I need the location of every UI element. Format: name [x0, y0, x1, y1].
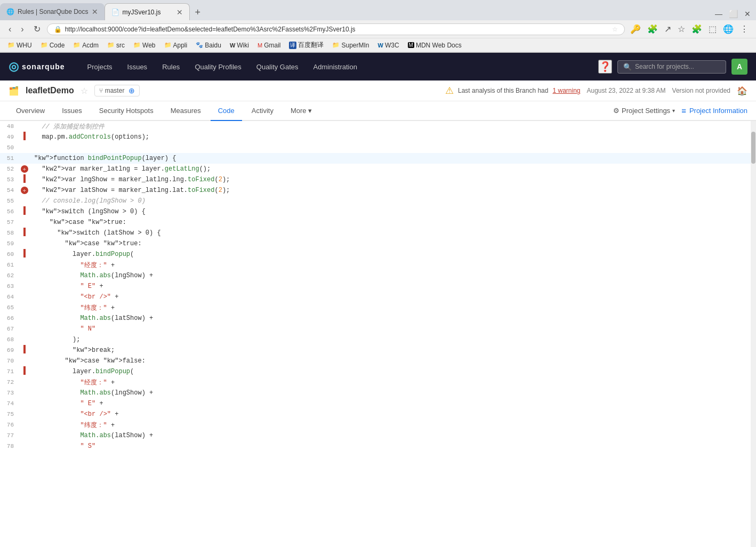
line-number: 73 — [0, 388, 19, 398]
nav-activity[interactable]: Activity — [244, 101, 281, 121]
table-row: 51"kw">function bindPointPopup(layer) { — [0, 153, 756, 164]
share-btn[interactable]: ↗ — [662, 23, 673, 35]
window-minimize-btn[interactable]: — — [715, 10, 722, 18]
nav-measures[interactable]: Measures — [163, 101, 208, 121]
globe-btn[interactable]: 🌐 — [721, 23, 736, 35]
scrollbar-thumb[interactable] — [751, 132, 755, 164]
star-btn[interactable]: ☆ — [81, 86, 88, 96]
bookmark-wiki[interactable]: WWiki — [228, 41, 251, 50]
fav-star-btn[interactable]: ☆ — [675, 23, 687, 35]
address-bar[interactable]: 🔒 http://localhost:9000/code?id=leafletD… — [47, 23, 625, 35]
table-row: 55 // console.log(lngShow > 0) — [0, 196, 756, 206]
table-row: 57 "kw">case "kw">true: — [0, 217, 756, 228]
help-btn[interactable]: ❓ — [598, 60, 612, 74]
nav-issues[interactable]: Issues — [54, 101, 90, 121]
table-row: 72 "经度：" + — [0, 377, 756, 388]
code-line: ); — [30, 334, 756, 345]
nav-quality-profiles[interactable]: Quality Profiles — [188, 60, 247, 74]
extensions-btn[interactable]: 🧩 — [689, 23, 704, 35]
bookmark-web[interactable]: 📁Web — [131, 41, 157, 50]
nav-overview[interactable]: Overview — [9, 101, 52, 121]
issue-dot[interactable]: ✛ — [21, 165, 28, 173]
bookmarks-bar: 📁WHU 📁Code 📁Acdm 📁src 📁Web 📁Appli 🐾Baidu… — [0, 38, 756, 52]
nav-rules[interactable]: Rules — [156, 60, 186, 74]
bookmark-mdn[interactable]: MMDN Web Docs — [406, 41, 464, 50]
bookmark-supermin[interactable]: 📁SuperMIn — [330, 41, 371, 50]
bookmark-whu[interactable]: 📁WHU — [5, 41, 34, 50]
project-bar: 🗂️ leafletDemo ☆ ⑂ master ⊕ ⚠ Last analy… — [0, 81, 756, 101]
project-info-btn[interactable]: ≡ Project Information — [681, 106, 747, 115]
home-icon[interactable]: 🏠 — [737, 86, 747, 96]
warning-link[interactable]: 1 warning — [552, 87, 580, 94]
bookmark-w3c[interactable]: WW3C — [376, 41, 401, 50]
bookmark-baidu[interactable]: 🐾Baidu — [194, 41, 223, 50]
sidebar-toggle-btn[interactable]: ⬚ — [706, 23, 719, 35]
user-avatar[interactable]: A — [731, 59, 747, 75]
table-row: 59 "kw">case "kw">true: — [0, 238, 756, 249]
issue-indicator — [19, 132, 30, 142]
table-row: 63 " E" + — [0, 281, 756, 292]
issue-dot[interactable]: ✛ — [21, 187, 28, 194]
line-number: 71 — [0, 366, 19, 377]
issue-indicator — [19, 121, 30, 132]
project-icon: 🗂️ — [9, 86, 19, 96]
nav-quality-gates[interactable]: Quality Gates — [250, 60, 305, 74]
nav-administration[interactable]: Administration — [307, 60, 364, 74]
branch-badge[interactable]: ⑂ master ⊕ — [94, 85, 140, 96]
project-settings-btn[interactable]: ⚙ Project Settings ▾ — [613, 101, 675, 120]
code-line: "<br />" + — [30, 292, 756, 302]
project-info-label: Project Information — [689, 107, 747, 115]
window-close-btn[interactable]: ✕ — [744, 10, 751, 18]
window-maximize-btn[interactable]: ⬜ — [729, 10, 738, 18]
issue-indicator[interactable]: ✛ — [19, 164, 30, 174]
line-number: 75 — [0, 409, 19, 420]
nav-code[interactable]: Code — [211, 101, 242, 121]
tab-close-btn[interactable]: ✕ — [92, 7, 98, 16]
line-number: 77 — [0, 430, 19, 441]
code-line — [30, 142, 756, 153]
add-branch-icon[interactable]: ⊕ — [128, 86, 135, 95]
profile-btn[interactable]: 🔑 — [628, 23, 643, 35]
bookmark-appli[interactable]: 📁Appli — [162, 41, 190, 50]
issue-indicator — [19, 366, 30, 377]
bookmark-acdm[interactable]: 📁Acdm — [71, 41, 101, 50]
line-number: 66 — [0, 313, 19, 324]
refresh-btn[interactable]: ↻ — [30, 23, 44, 35]
bookmark-baidu-translate[interactable]: 译百度翻译 — [287, 40, 326, 50]
table-row: 48 // 添加捕捉绘制控件 — [0, 121, 756, 132]
nav-projects[interactable]: Projects — [81, 60, 119, 74]
code-line: "kw">case "kw">true: — [30, 238, 756, 249]
forward-btn[interactable]: › — [18, 23, 27, 35]
issue-indicator[interactable]: ✛ — [19, 185, 30, 196]
line-number: 50 — [0, 142, 19, 153]
search-input[interactable] — [635, 63, 720, 70]
project-settings-label: Project Settings — [622, 107, 670, 115]
line-number: 51 — [0, 153, 19, 164]
new-tab-btn[interactable]: + — [190, 5, 206, 19]
vertical-scrollbar[interactable] — [751, 121, 756, 547]
search-box[interactable]: 🔍 — [617, 60, 726, 74]
issue-indicator — [19, 398, 30, 409]
tab-bar: 🌐 Rules | SonarQube Docs ✕ 📄 myJSver10.j… — [0, 0, 756, 20]
bookmark-src[interactable]: 📁src — [105, 41, 127, 50]
nav-more[interactable]: More ▾ — [283, 101, 319, 121]
warning-icon: ⚠ — [445, 85, 454, 96]
code-line: "纬度：" + — [30, 420, 756, 430]
bookmark-star-icon[interactable]: ☆ — [612, 26, 618, 33]
tab-myjs[interactable]: 📄 myJSver10.js ✕ — [104, 3, 190, 20]
back-btn[interactable]: ‹ — [5, 23, 14, 35]
code-line: // 添加捕捉绘制控件 — [30, 121, 756, 132]
tab-rules-docs[interactable]: 🌐 Rules | SonarQube Docs ✕ — [0, 3, 104, 20]
extension-btn[interactable]: 🧩 — [645, 23, 660, 35]
bookmark-gmail[interactable]: MGmail — [255, 41, 283, 50]
menu-btn[interactable]: ⋮ — [738, 23, 751, 35]
code-line: " S" — [30, 441, 756, 452]
issue-indicator — [19, 356, 30, 366]
code-line: "kw">case "kw">true: — [30, 217, 756, 228]
code-line: "kw">break; — [30, 345, 756, 356]
tab-close-active-btn[interactable]: ✕ — [176, 8, 183, 17]
bookmark-code[interactable]: 📁Code — [38, 41, 67, 50]
code-table: 48 // 添加捕捉绘制控件49 map.pm.addControls(opti… — [0, 121, 756, 452]
nav-issues[interactable]: Issues — [121, 60, 154, 74]
nav-security-hotspots[interactable]: Security Hotspots — [92, 101, 161, 121]
